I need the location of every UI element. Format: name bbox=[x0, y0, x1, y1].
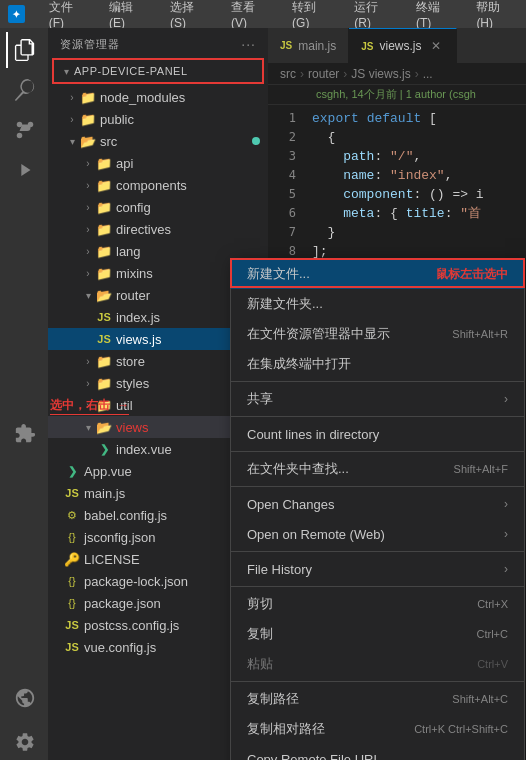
line-num: 4 bbox=[268, 166, 296, 185]
list-item[interactable]: › 📁 node_modules bbox=[48, 86, 268, 108]
folder-arrow-icon: ▾ bbox=[64, 136, 80, 147]
ctx-label: 复制 bbox=[247, 625, 273, 643]
code-line: export default [ bbox=[312, 109, 518, 128]
code-line: component: () => i bbox=[312, 185, 518, 204]
git-icon[interactable] bbox=[6, 112, 42, 148]
code-line: } bbox=[312, 223, 518, 242]
menu-edit[interactable]: 编辑(E) bbox=[105, 0, 150, 32]
root-item[interactable]: ▾ APP-DEVICE-PANEL bbox=[56, 60, 260, 82]
list-item[interactable]: › 📁 config bbox=[48, 196, 268, 218]
folder-arrow-icon: › bbox=[80, 246, 96, 257]
ctx-label: Copy Remote File URL bbox=[247, 752, 381, 761]
folder-arrow-icon: › bbox=[80, 202, 96, 213]
file-label: views bbox=[116, 420, 149, 435]
file-label: package-lock.json bbox=[84, 574, 188, 589]
folder-icon: 📁 bbox=[96, 156, 112, 171]
git-info-bar: csghh, 14个月前 | 1 author (csgh bbox=[268, 85, 526, 105]
tab-close-icon[interactable]: ✕ bbox=[428, 38, 444, 54]
debug-icon[interactable] bbox=[6, 152, 42, 188]
ctx-share[interactable]: 共享 › bbox=[231, 384, 524, 414]
ctx-copy-path[interactable]: 复制路径 Shift+Alt+C bbox=[231, 684, 524, 714]
menu-file[interactable]: 文件(F) bbox=[45, 0, 89, 32]
breadcrumb-sep: › bbox=[300, 67, 304, 81]
tab-bar: JS main.js JS views.js ✕ bbox=[268, 28, 526, 63]
ctx-count-lines[interactable]: Count lines in directory bbox=[231, 419, 524, 449]
ctx-item-left: Open on Remote (Web) bbox=[247, 527, 385, 542]
file-label: src bbox=[100, 134, 117, 149]
root-label: APP-DEVICE-PANEL bbox=[74, 65, 188, 77]
folder-arrow-icon: › bbox=[64, 114, 80, 125]
folder-icon: 📂 bbox=[96, 288, 112, 303]
list-item[interactable]: › 📁 api bbox=[48, 152, 268, 174]
ctx-open-remote[interactable]: Open on Remote (Web) › bbox=[231, 519, 524, 549]
ctx-separator bbox=[231, 486, 524, 487]
breadcrumb-part: router bbox=[308, 67, 339, 81]
file-label: LICENSE bbox=[84, 552, 140, 567]
sidebar-more-icon[interactable]: ··· bbox=[241, 36, 256, 52]
menu-view[interactable]: 查看(V) bbox=[227, 0, 272, 32]
ctx-item-left: Count lines in directory bbox=[247, 427, 379, 442]
line-num: 3 bbox=[268, 147, 296, 166]
extensions-icon[interactable] bbox=[6, 416, 42, 452]
ctx-arrow-icon: › bbox=[504, 392, 508, 406]
ctx-label: 在文件夹中查找... bbox=[247, 460, 349, 478]
ctx-open-changes[interactable]: Open Changes › bbox=[231, 489, 524, 519]
ctx-separator bbox=[231, 416, 524, 417]
menu-select[interactable]: 选择(S) bbox=[166, 0, 211, 32]
list-item[interactable]: › 📁 directives bbox=[48, 218, 268, 240]
menu-goto[interactable]: 转到(G) bbox=[288, 0, 334, 32]
breadcrumb-sep: › bbox=[343, 67, 347, 81]
js-icon: JS bbox=[96, 333, 112, 345]
file-label: babel.config.js bbox=[84, 508, 167, 523]
ctx-copy-remote-url[interactable]: Copy Remote File URL bbox=[231, 744, 524, 760]
list-item[interactable]: › 📁 public bbox=[48, 108, 268, 130]
js-icon: JS bbox=[96, 311, 112, 323]
ctx-reveal[interactable]: 在文件资源管理器中显示 Shift+Alt+R bbox=[231, 319, 524, 349]
folder-arrow-icon: ▾ bbox=[80, 422, 96, 433]
menu-run[interactable]: 运行(R) bbox=[350, 0, 396, 32]
ctx-shortcut: Ctrl+K Ctrl+Shift+C bbox=[414, 723, 508, 735]
ctx-new-file[interactable]: 新建文件... 鼠标左击选中 bbox=[231, 259, 524, 289]
ctx-label: 新建文件... bbox=[247, 265, 310, 283]
code-line: { bbox=[312, 128, 518, 147]
file-label: jsconfig.json bbox=[84, 530, 156, 545]
ctx-copy-relative-path[interactable]: 复制相对路径 Ctrl+K Ctrl+Shift+C bbox=[231, 714, 524, 744]
ctx-open-terminal[interactable]: 在集成终端中打开 bbox=[231, 349, 524, 379]
search-icon[interactable] bbox=[6, 72, 42, 108]
modified-dot bbox=[252, 137, 260, 145]
folder-icon: 📁 bbox=[80, 90, 96, 105]
js-icon: JS bbox=[64, 619, 80, 631]
file-label: styles bbox=[116, 376, 149, 391]
ctx-label: 新建文件夹... bbox=[247, 295, 323, 313]
tab-main-js[interactable]: JS main.js bbox=[268, 28, 349, 63]
folder-icon: 📁 bbox=[96, 266, 112, 281]
ctx-new-folder[interactable]: 新建文件夹... bbox=[231, 289, 524, 319]
ctx-item-left: 新建文件夹... bbox=[247, 295, 323, 313]
folder-arrow-icon: › bbox=[80, 224, 96, 235]
file-label: vue.config.js bbox=[84, 640, 156, 655]
menu-help[interactable]: 帮助(H) bbox=[472, 0, 518, 32]
remote-icon[interactable] bbox=[6, 680, 42, 716]
ctx-label: Open Changes bbox=[247, 497, 334, 512]
ctx-copy[interactable]: 复制 Ctrl+C bbox=[231, 619, 524, 649]
ctx-find-in-folder[interactable]: 在文件夹中查找... Shift+Alt+F bbox=[231, 454, 524, 484]
settings-icon[interactable] bbox=[6, 724, 42, 760]
list-item[interactable]: › 📁 components bbox=[48, 174, 268, 196]
list-item[interactable]: ▾ 📂 src bbox=[48, 130, 268, 152]
ctx-label: File History bbox=[247, 562, 312, 577]
file-label: config bbox=[116, 200, 151, 215]
app-icon: ✦ bbox=[8, 5, 25, 23]
file-label: directives bbox=[116, 222, 171, 237]
ctx-file-history[interactable]: File History › bbox=[231, 554, 524, 584]
ctx-shortcut: Shift+Alt+F bbox=[454, 463, 508, 475]
menu-terminal[interactable]: 终端(T) bbox=[412, 0, 456, 32]
config-icon: ⚙ bbox=[64, 509, 80, 522]
ctx-separator bbox=[231, 586, 524, 587]
ctx-cut[interactable]: 剪切 Ctrl+X bbox=[231, 589, 524, 619]
explorer-icon[interactable] bbox=[6, 32, 42, 68]
ctx-shortcut: Ctrl+C bbox=[477, 628, 508, 640]
file-label: index.js bbox=[116, 310, 160, 325]
tab-views-js[interactable]: JS views.js ✕ bbox=[349, 28, 456, 63]
ctx-paste[interactable]: 粘贴 Ctrl+V bbox=[231, 649, 524, 679]
folder-icon: 📁 bbox=[96, 178, 112, 193]
